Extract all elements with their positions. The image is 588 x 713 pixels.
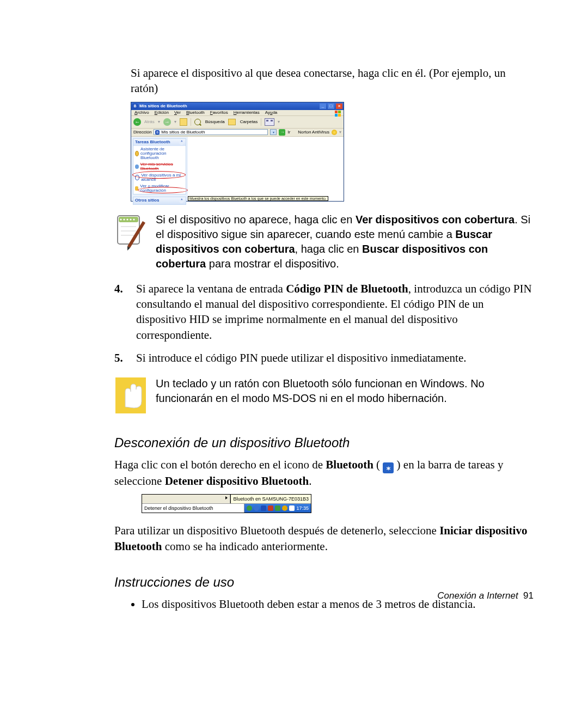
menu-favoritos[interactable]: Favoritos — [210, 111, 228, 115]
bluetooth-window: B Mis sitios de Bluetooth _ □ × Archivo … — [131, 102, 344, 202]
taskbar-screenshot: Bluetooth en SAMSUNG-7E031B3 Detener el … — [142, 494, 311, 513]
panel-tareas-header[interactable]: Tareas Bluetooth ˄ — [133, 139, 186, 146]
hand-warning-icon — [114, 376, 147, 415]
document-page: Si aparece el dispositivo al que desea c… — [0, 0, 588, 713]
task-ver-conf-label: Ver o modificar configuración — [140, 184, 184, 193]
footer-section: Conexión a Internet — [437, 590, 518, 601]
panel-otros-title: Otros sitios — [135, 198, 159, 203]
svg-point-6 — [120, 218, 121, 220]
window-body: Tareas Bluetooth ˄ Asistente de configur… — [131, 137, 344, 201]
forward-button[interactable]: → — [163, 118, 171, 126]
task-ver-alcance-label: Ver dispositivos a mi alcance — [141, 173, 184, 182]
window-title: Mis sitios de Bluetooth — [139, 104, 318, 108]
norton-label: Norton AntiVirus — [298, 130, 329, 135]
panel-tareas: Tareas Bluetooth ˄ Asistente de configur… — [133, 138, 186, 194]
svg-point-10 — [133, 218, 134, 220]
back-label: Atrás — [144, 120, 155, 124]
go-button[interactable]: → — [279, 129, 285, 136]
taskbar-row-2: Detener el dispositivo Bluetooth 17:35 — [142, 504, 311, 513]
bluetooth-icon: B — [132, 103, 138, 109]
content-pane[interactable]: Muestra los dispositivos Bluetooth a los… — [188, 137, 344, 201]
collapse-icon[interactable]: ˄ — [179, 198, 184, 203]
note-tip-1: Si el dispositivo no aparece, haga clic … — [114, 212, 534, 271]
views-dropdown[interactable]: ▾ — [278, 120, 280, 124]
status-tooltip: Muestra los dispositivos Bluetooth a los… — [188, 196, 328, 201]
svg-rect-2 — [335, 114, 338, 117]
context-menu-stop-item[interactable]: Detener el dispositivo Bluetooth — [142, 504, 244, 513]
tray-icon[interactable] — [282, 505, 287, 511]
footer-page-number: 91 — [523, 590, 534, 601]
desconexion-paragraph: Haga clic con el botón derecho en el ico… — [114, 457, 534, 489]
tray-clock: 17:35 — [296, 505, 309, 511]
taskbar-row-1: Bluetooth en SAMSUNG-7E031B3 — [142, 495, 311, 504]
submenu-arrow-icon — [225, 496, 228, 499]
menu-bluetooth[interactable]: Bluetooth — [186, 111, 205, 115]
folders-label[interactable]: Carpetas — [240, 120, 258, 124]
norton-dropdown[interactable]: ▾ — [339, 130, 341, 135]
tray-icon[interactable] — [289, 505, 295, 511]
back-dropdown[interactable]: ▾ — [158, 120, 160, 124]
context-menu-grey-item — [142, 495, 230, 503]
menu-archivo[interactable]: Archivo — [134, 111, 149, 115]
tray-icon[interactable] — [275, 505, 280, 511]
after-taskbar-paragraph: Para utilizar un dispositivo Bluetooth d… — [114, 523, 534, 554]
forward-dropdown[interactable]: ▾ — [174, 120, 176, 124]
menu-herramientas[interactable]: Herramientas — [234, 111, 260, 115]
page-footer: Conexión a Internet 91 — [437, 590, 534, 601]
task-ver-servicios[interactable]: Ver mis servicios Bluetooth — [133, 161, 186, 172]
bluetooth-tray-icon: ⁎ — [383, 462, 394, 473]
address-input[interactable]: B Mis sitios de Bluetooth — [154, 129, 268, 135]
views-button[interactable] — [265, 118, 274, 126]
separator — [261, 118, 261, 126]
task-asistente-label: Asistente de configuración Bluetooth — [140, 147, 184, 160]
notepad-pen-icon — [114, 212, 147, 251]
bluetooth-icon: B — [155, 130, 160, 135]
step-4-number: 4. — [114, 281, 130, 343]
go-label: Ir — [287, 130, 290, 135]
maximize-button[interactable]: □ — [328, 103, 334, 109]
folders-icon[interactable] — [228, 119, 236, 125]
tray-icon[interactable] — [247, 505, 252, 511]
note-warning-text: Un teclado y un ratón con Bluetooth sólo… — [156, 376, 534, 415]
note-tip-1-text: Si el dispositivo no aparece, haga clic … — [156, 212, 534, 271]
step-4: 4. Si aparece la ventana de entrada Códi… — [114, 281, 534, 343]
note-warning: Un teclado y un ratón con Bluetooth sólo… — [114, 376, 534, 415]
window-titlebar[interactable]: B Mis sitios de Bluetooth _ □ × — [131, 102, 344, 110]
numbered-steps: 4. Si aparece la ventana de entrada Códi… — [114, 281, 534, 366]
panel-otros-header[interactable]: Otros sitios ˄ — [133, 197, 186, 204]
tray-icon[interactable] — [268, 505, 273, 511]
step-5: 5. Si introduce el código PIN puede util… — [114, 350, 534, 365]
svg-point-7 — [123, 218, 125, 220]
config-icon — [135, 186, 138, 191]
address-label: Dirección — [133, 130, 151, 135]
tray-bluetooth-icon[interactable] — [261, 505, 266, 511]
svg-rect-1 — [338, 111, 341, 113]
address-dropdown[interactable]: ▾ — [270, 129, 277, 135]
task-ver-conf[interactable]: Ver o modificar configuración — [133, 183, 186, 194]
back-button[interactable]: ← — [133, 118, 141, 126]
address-bar: Dirección B Mis sitios de Bluetooth ▾ → … — [131, 129, 344, 137]
menu-ver[interactable]: Ver — [174, 111, 181, 115]
search-label[interactable]: Búsqueda — [205, 120, 225, 124]
svg-point-9 — [130, 218, 131, 220]
svg-rect-0 — [335, 111, 338, 113]
tray-icon[interactable] — [254, 505, 259, 511]
search-icon[interactable] — [194, 119, 201, 125]
up-button[interactable] — [180, 118, 187, 126]
address-value: Mis sitios de Bluetooth — [161, 130, 205, 135]
minimize-button[interactable]: _ — [320, 103, 326, 109]
intro-paragraph: Si aparece el dispositivo al que desea c… — [131, 65, 534, 96]
svg-rect-3 — [338, 114, 341, 117]
menu-edicion[interactable]: Edición — [155, 111, 169, 115]
norton-icon[interactable] — [332, 130, 337, 135]
menu-ayuda[interactable]: Ayuda — [265, 111, 278, 115]
task-asistente[interactable]: Asistente de configuración Bluetooth — [133, 146, 186, 161]
system-tray: 17:35 — [244, 504, 311, 513]
panel-otros: Otros sitios ˄ — [133, 197, 186, 205]
task-ver-alcance[interactable]: Ver dispositivos a mi alcance — [133, 172, 186, 183]
toolbar: ← Atrás ▾ → ▾ Búsqueda Carpetas ▾ — [131, 116, 344, 129]
heading-instrucciones: Instrucciones de uso — [114, 575, 534, 590]
close-button[interactable]: × — [336, 103, 342, 109]
windows-flag-icon — [335, 111, 341, 118]
collapse-icon[interactable]: ˄ — [179, 140, 184, 145]
